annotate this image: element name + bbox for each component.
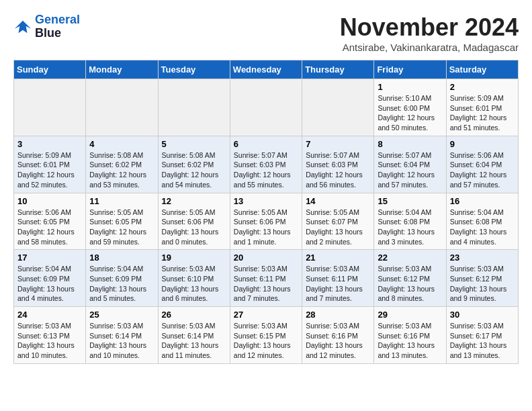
day-number: 20 bbox=[234, 253, 298, 263]
calendar-week-row: 17Sunrise: 5:04 AM Sunset: 6:09 PM Dayli… bbox=[14, 250, 519, 307]
day-number: 17 bbox=[17, 253, 82, 263]
day-info: Sunrise: 5:03 AM Sunset: 6:10 PM Dayligh… bbox=[162, 264, 226, 304]
calendar-day-cell: 16Sunrise: 5:04 AM Sunset: 6:08 PM Dayli… bbox=[446, 193, 518, 250]
day-info: Sunrise: 5:03 AM Sunset: 6:12 PM Dayligh… bbox=[378, 264, 442, 304]
day-info: Sunrise: 5:04 AM Sunset: 6:09 PM Dayligh… bbox=[89, 264, 154, 304]
calendar-week-row: 10Sunrise: 5:06 AM Sunset: 6:05 PM Dayli… bbox=[14, 193, 519, 250]
calendar-day-cell: 26Sunrise: 5:03 AM Sunset: 6:14 PM Dayli… bbox=[158, 307, 230, 364]
day-info: Sunrise: 5:06 AM Sunset: 6:05 PM Dayligh… bbox=[17, 208, 82, 247]
day-info: Sunrise: 5:05 AM Sunset: 6:06 PM Dayligh… bbox=[162, 208, 226, 247]
day-info: Sunrise: 5:03 AM Sunset: 6:17 PM Dayligh… bbox=[450, 321, 515, 361]
day-number: 2 bbox=[450, 82, 515, 92]
calendar-day-cell: 12Sunrise: 5:05 AM Sunset: 6:06 PM Dayli… bbox=[158, 193, 230, 250]
calendar-day-cell: 13Sunrise: 5:05 AM Sunset: 6:06 PM Dayli… bbox=[230, 193, 302, 250]
location-subtitle: Antsirabe, Vakinankaratra, Madagascar bbox=[340, 42, 519, 53]
calendar-day-cell: 2Sunrise: 5:09 AM Sunset: 6:01 PM Daylig… bbox=[446, 79, 518, 136]
day-number: 14 bbox=[306, 196, 370, 206]
day-number: 24 bbox=[17, 310, 82, 320]
day-info: Sunrise: 5:03 AM Sunset: 6:14 PM Dayligh… bbox=[162, 321, 226, 361]
day-info: Sunrise: 5:03 AM Sunset: 6:15 PM Dayligh… bbox=[234, 321, 298, 361]
day-info: Sunrise: 5:04 AM Sunset: 6:08 PM Dayligh… bbox=[450, 208, 515, 247]
calendar-day-cell: 3Sunrise: 5:09 AM Sunset: 6:01 PM Daylig… bbox=[14, 136, 86, 193]
page-header: General Blue November 2024 Antsirabe, Va… bbox=[13, 13, 519, 53]
day-number: 29 bbox=[378, 310, 442, 320]
day-of-week-header: Friday bbox=[374, 60, 446, 79]
calendar-week-row: 1Sunrise: 5:10 AM Sunset: 6:00 PM Daylig… bbox=[14, 79, 519, 136]
day-info: Sunrise: 5:07 AM Sunset: 6:03 PM Dayligh… bbox=[234, 150, 298, 190]
calendar-day-cell: 18Sunrise: 5:04 AM Sunset: 6:09 PM Dayli… bbox=[86, 250, 158, 307]
day-number: 27 bbox=[234, 310, 298, 320]
day-info: Sunrise: 5:07 AM Sunset: 6:03 PM Dayligh… bbox=[306, 150, 370, 190]
day-number: 9 bbox=[450, 139, 515, 149]
day-number: 26 bbox=[162, 310, 226, 320]
calendar-week-row: 24Sunrise: 5:03 AM Sunset: 6:13 PM Dayli… bbox=[14, 307, 519, 364]
calendar-day-cell: 15Sunrise: 5:04 AM Sunset: 6:08 PM Dayli… bbox=[374, 193, 446, 250]
calendar-day-cell: 21Sunrise: 5:03 AM Sunset: 6:11 PM Dayli… bbox=[302, 250, 374, 307]
day-info: Sunrise: 5:03 AM Sunset: 6:12 PM Dayligh… bbox=[450, 264, 515, 304]
calendar-table: SundayMondayTuesdayWednesdayThursdayFrid… bbox=[13, 60, 519, 364]
day-of-week-header: Sunday bbox=[14, 60, 86, 79]
day-info: Sunrise: 5:03 AM Sunset: 6:13 PM Dayligh… bbox=[17, 321, 82, 361]
calendar-day-cell: 1Sunrise: 5:10 AM Sunset: 6:00 PM Daylig… bbox=[374, 79, 446, 136]
calendar-day-cell: 9Sunrise: 5:06 AM Sunset: 6:04 PM Daylig… bbox=[446, 136, 518, 193]
calendar-day-cell: 8Sunrise: 5:07 AM Sunset: 6:04 PM Daylig… bbox=[374, 136, 446, 193]
calendar-day-cell: 22Sunrise: 5:03 AM Sunset: 6:12 PM Dayli… bbox=[374, 250, 446, 307]
day-number: 28 bbox=[306, 310, 370, 320]
day-number: 23 bbox=[450, 253, 515, 263]
month-year-title: November 2024 bbox=[340, 13, 519, 42]
calendar-day-cell bbox=[158, 79, 230, 136]
day-info: Sunrise: 5:03 AM Sunset: 6:11 PM Dayligh… bbox=[306, 264, 370, 304]
day-info: Sunrise: 5:03 AM Sunset: 6:11 PM Dayligh… bbox=[234, 264, 298, 304]
calendar-day-cell: 11Sunrise: 5:05 AM Sunset: 6:05 PM Dayli… bbox=[86, 193, 158, 250]
day-number: 25 bbox=[89, 310, 154, 320]
calendar-day-cell: 19Sunrise: 5:03 AM Sunset: 6:10 PM Dayli… bbox=[158, 250, 230, 307]
day-number: 1 bbox=[378, 82, 442, 92]
calendar-day-cell: 28Sunrise: 5:03 AM Sunset: 6:16 PM Dayli… bbox=[302, 307, 374, 364]
calendar-day-cell: 30Sunrise: 5:03 AM Sunset: 6:17 PM Dayli… bbox=[446, 307, 518, 364]
calendar-day-cell: 27Sunrise: 5:03 AM Sunset: 6:15 PM Dayli… bbox=[230, 307, 302, 364]
day-info: Sunrise: 5:08 AM Sunset: 6:02 PM Dayligh… bbox=[89, 150, 154, 190]
day-info: Sunrise: 5:05 AM Sunset: 6:06 PM Dayligh… bbox=[234, 208, 298, 247]
svg-marker-0 bbox=[15, 20, 31, 33]
calendar-day-cell: 7Sunrise: 5:07 AM Sunset: 6:03 PM Daylig… bbox=[302, 136, 374, 193]
day-of-week-header: Saturday bbox=[446, 60, 518, 79]
calendar-day-cell: 5Sunrise: 5:08 AM Sunset: 6:02 PM Daylig… bbox=[158, 136, 230, 193]
calendar-day-cell: 4Sunrise: 5:08 AM Sunset: 6:02 PM Daylig… bbox=[86, 136, 158, 193]
day-info: Sunrise: 5:08 AM Sunset: 6:02 PM Dayligh… bbox=[162, 150, 226, 190]
day-number: 21 bbox=[306, 253, 370, 263]
day-of-week-header: Thursday bbox=[302, 60, 374, 79]
day-number: 12 bbox=[162, 196, 226, 206]
day-number: 22 bbox=[378, 253, 442, 263]
logo-icon bbox=[13, 17, 32, 36]
day-info: Sunrise: 5:09 AM Sunset: 6:01 PM Dayligh… bbox=[17, 150, 82, 190]
day-of-week-header: Monday bbox=[86, 60, 158, 79]
logo-text: General Blue bbox=[35, 13, 80, 40]
day-number: 5 bbox=[162, 139, 226, 149]
day-info: Sunrise: 5:07 AM Sunset: 6:04 PM Dayligh… bbox=[378, 150, 442, 190]
calendar-day-cell: 20Sunrise: 5:03 AM Sunset: 6:11 PM Dayli… bbox=[230, 250, 302, 307]
calendar-day-cell bbox=[14, 79, 86, 136]
calendar-day-cell: 29Sunrise: 5:03 AM Sunset: 6:16 PM Dayli… bbox=[374, 307, 446, 364]
day-info: Sunrise: 5:03 AM Sunset: 6:16 PM Dayligh… bbox=[378, 321, 442, 361]
day-info: Sunrise: 5:09 AM Sunset: 6:01 PM Dayligh… bbox=[450, 93, 515, 133]
day-number: 3 bbox=[17, 139, 82, 149]
calendar-day-cell: 6Sunrise: 5:07 AM Sunset: 6:03 PM Daylig… bbox=[230, 136, 302, 193]
calendar-day-cell: 10Sunrise: 5:06 AM Sunset: 6:05 PM Dayli… bbox=[14, 193, 86, 250]
day-number: 6 bbox=[234, 139, 298, 149]
day-number: 7 bbox=[306, 139, 370, 149]
day-info: Sunrise: 5:05 AM Sunset: 6:07 PM Dayligh… bbox=[306, 208, 370, 247]
day-number: 13 bbox=[234, 196, 298, 206]
day-info: Sunrise: 5:06 AM Sunset: 6:04 PM Dayligh… bbox=[450, 150, 515, 190]
title-block: November 2024 Antsirabe, Vakinankaratra,… bbox=[340, 13, 519, 53]
day-number: 10 bbox=[17, 196, 82, 206]
day-info: Sunrise: 5:03 AM Sunset: 6:16 PM Dayligh… bbox=[306, 321, 370, 361]
calendar-day-cell: 14Sunrise: 5:05 AM Sunset: 6:07 PM Dayli… bbox=[302, 193, 374, 250]
day-number: 15 bbox=[378, 196, 442, 206]
day-number: 11 bbox=[89, 196, 154, 206]
day-number: 16 bbox=[450, 196, 515, 206]
logo: General Blue bbox=[13, 13, 80, 40]
day-info: Sunrise: 5:04 AM Sunset: 6:09 PM Dayligh… bbox=[17, 264, 82, 304]
calendar-day-cell: 24Sunrise: 5:03 AM Sunset: 6:13 PM Dayli… bbox=[14, 307, 86, 364]
day-number: 18 bbox=[89, 253, 154, 263]
calendar-day-cell bbox=[230, 79, 302, 136]
